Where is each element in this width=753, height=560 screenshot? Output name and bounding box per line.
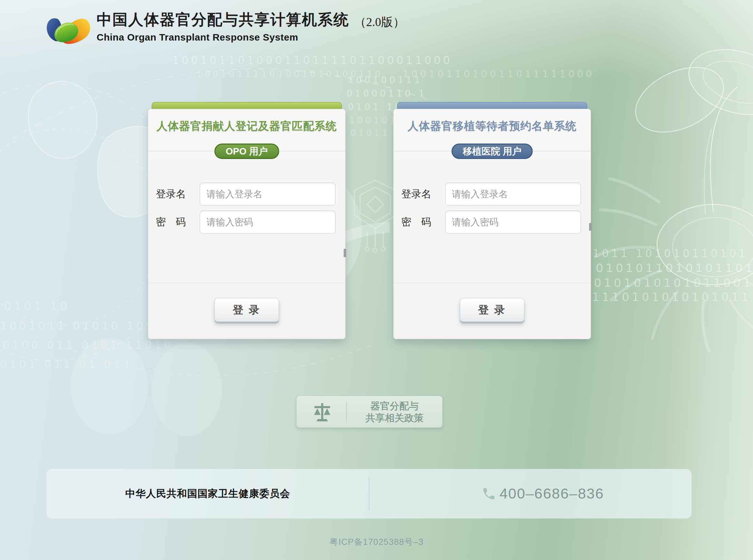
badge-divider: 移植医院 用户 [393, 151, 591, 151]
policy-label-line1: 器官分配与 [347, 400, 442, 412]
hotline: 400–6686–836 [482, 469, 604, 519]
panel-divider [148, 283, 345, 283]
login-name-input[interactable] [200, 182, 335, 206]
policy-label-line2: 共享相关政策 [347, 412, 442, 424]
panel-body: 人体器官捐献人登记及器官匹配系统 OPO 用户 登录名 密 码 登 录 [148, 109, 346, 339]
opo-user-badge: OPO 用户 [214, 143, 279, 159]
password-input[interactable] [445, 211, 581, 234]
binary-watermark: 01000110 1 [347, 88, 427, 99]
policy-link-button[interactable]: 器官分配与 共享相关政策 [296, 396, 443, 428]
login-name-label: 登录名 [401, 187, 439, 201]
panel-title: 人体器官捐献人登记及器官匹配系统 [148, 119, 345, 134]
opo-login-panel: 人体器官捐献人登记及器官匹配系统 OPO 用户 登录名 密 码 登 录 [148, 102, 346, 339]
password-label: 密 码 [156, 215, 194, 229]
panel-body: 人体器官移植等待者预约名单系统 移植医院 用户 登录名 密 码 登 录 [393, 109, 591, 339]
phone-number: 400–6686–836 [500, 485, 604, 502]
app-header: 中国人体器官分配与共享计算机系统 （2.0版） China Organ Tran… [41, 9, 405, 46]
badge-divider: OPO 用户 [148, 151, 345, 151]
binary-watermark: 01011 [350, 128, 390, 138]
login-name-input[interactable] [445, 182, 581, 206]
login-name-label: 登录名 [156, 187, 194, 201]
hospital-login-panel: 人体器官移植等待者预约名单系统 移植医院 用户 登录名 密 码 登 录 [393, 102, 591, 339]
shield-watermark [354, 180, 396, 252]
panel-divider [393, 283, 591, 283]
panel-title: 人体器官移植等待者预约名单系统 [393, 119, 591, 134]
phone-icon [482, 486, 496, 501]
hospital-user-badge: 移植医院 用户 [451, 143, 533, 159]
scrollbar-thumb[interactable] [589, 223, 592, 231]
login-page: 100101101000110111101100011000 100101111… [0, 0, 753, 560]
policy-label: 器官分配与 共享相关政策 [347, 400, 442, 424]
footer-bar: 中华人民共和国国家卫生健康委员会 400–6686–836 [47, 469, 692, 519]
footer-divider [369, 477, 369, 511]
app-logo [41, 9, 90, 46]
app-title-version: （2.0版） [354, 14, 405, 30]
organization-label: 中华人民共和国国家卫生健康委员会 [47, 469, 369, 519]
binary-watermark: 100101 [349, 115, 398, 125]
login-button[interactable]: 登 录 [460, 298, 524, 322]
scrollbar-thumb[interactable] [344, 249, 346, 257]
icp-record-number: 粤ICP备17025388号–3 [0, 536, 753, 548]
binary-watermark: 0100 011 0101 11010 [3, 339, 174, 352]
password-input[interactable] [200, 211, 335, 234]
binary-watermark: 0101 10 [4, 299, 70, 313]
login-button[interactable]: 登 录 [214, 298, 279, 322]
app-title-zh: 中国人体器官分配与共享计算机系统 [97, 9, 349, 30]
app-title-en: China Organ Transplant Response System [97, 32, 405, 43]
binary-watermark: 1001011 01010 101 [0, 319, 155, 332]
password-label: 密 码 [401, 215, 439, 229]
scales-icon [311, 401, 333, 423]
binary-watermark: 0101 011 01 011 [0, 358, 133, 371]
